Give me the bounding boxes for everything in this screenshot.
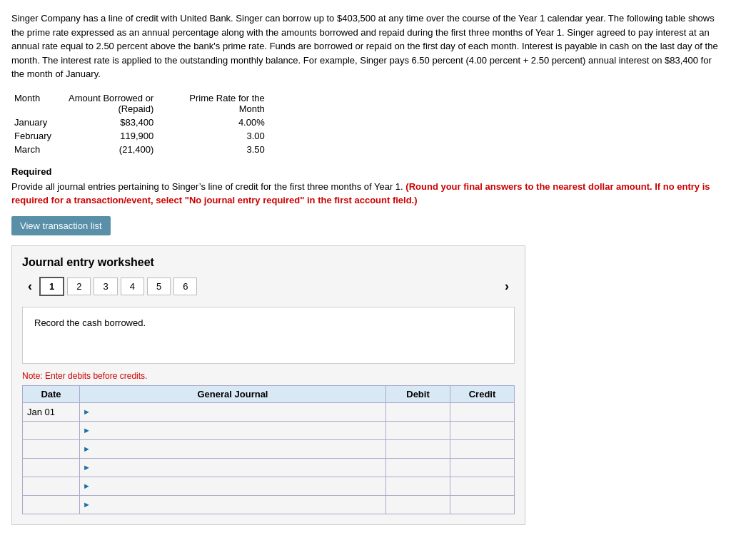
debit-input-6[interactable] [386, 496, 450, 514]
table-row: January $83,400 4.00% [11, 116, 279, 129]
credit-cell-3[interactable] [450, 439, 515, 458]
gj-arrow-3: ► [83, 444, 91, 453]
credit-input-6[interactable] [450, 496, 514, 514]
tab-2-button[interactable]: 2 [67, 278, 91, 295]
credit-cell-6[interactable] [450, 495, 515, 514]
date-cell-2 [23, 421, 80, 439]
rate-mar: 3.50 [168, 143, 279, 156]
debit-cell-5[interactable] [386, 477, 450, 495]
journal-row-1: Jan 01 ► [23, 402, 515, 421]
debit-input-5[interactable] [386, 477, 450, 495]
date-cell-6 [23, 495, 80, 514]
gj-arrow-1: ► [83, 407, 91, 416]
journal-row-5: ► [23, 477, 515, 495]
table-row: March (21,400) 3.50 [11, 143, 279, 156]
amount-feb: 119,900 [66, 129, 168, 143]
journal-row-4: ► [23, 458, 515, 477]
credit-input-1[interactable] [450, 403, 514, 421]
month-feb: February [11, 129, 66, 143]
record-instruction-text: Record the cash borrowed. [34, 317, 146, 328]
gj-cell-6[interactable]: ► [80, 495, 386, 514]
date-cell-4 [23, 458, 80, 477]
data-table: Month Amount Borrowed or (Repaid) Prime … [11, 91, 279, 156]
gj-input-5[interactable] [92, 479, 385, 493]
note-text: Note: Enter debits before credits. [22, 371, 515, 381]
rate-feb: 3.00 [168, 129, 279, 143]
required-body: Provide all journal entries pertaining t… [11, 180, 720, 208]
credit-cell-4[interactable] [450, 458, 515, 477]
gj-arrow-4: ► [83, 463, 91, 472]
gj-cell-2[interactable]: ► [80, 421, 386, 439]
gj-input-1[interactable] [92, 405, 385, 419]
intro-paragraph: Singer Company has a line of credit with… [11, 11, 720, 81]
rate-jan: 4.00% [168, 116, 279, 129]
date-cell-3 [23, 439, 80, 458]
worksheet-title: Journal entry worksheet [22, 256, 515, 269]
date-cell-1: Jan 01 [23, 402, 80, 421]
amount-mar: (21,400) [66, 143, 168, 156]
gj-arrow-2: ► [83, 426, 91, 434]
credit-cell-1[interactable] [450, 402, 515, 421]
view-transaction-list-button[interactable]: View transaction list [11, 216, 111, 235]
gj-input-3[interactable] [92, 442, 385, 456]
required-title: Required [11, 166, 720, 177]
tab-6-button[interactable]: 6 [173, 278, 197, 295]
gj-arrow-5: ► [83, 482, 91, 490]
tab-navigation: ‹ 1 2 3 4 5 6 › [22, 276, 515, 297]
gj-arrow-6: ► [83, 500, 91, 509]
debit-cell-1[interactable] [386, 402, 450, 421]
credit-cell-2[interactable] [450, 421, 515, 439]
tab-1-button[interactable]: 1 [39, 277, 64, 296]
worksheet-container: Journal entry worksheet ‹ 1 2 3 4 5 6 › … [11, 245, 525, 525]
journal-row-3: ► [23, 439, 515, 458]
debit-input-2[interactable] [386, 422, 450, 439]
col3-header: Prime Rate for the Month [168, 91, 279, 116]
col2-header: Amount Borrowed or (Repaid) [66, 91, 168, 116]
col1-header: Month [11, 91, 66, 116]
month-jan: January [11, 116, 66, 129]
gj-cell-5[interactable]: ► [80, 477, 386, 495]
journal-row-2: ► [23, 421, 515, 439]
debit-header: Debit [386, 385, 450, 402]
credit-input-2[interactable] [450, 422, 514, 439]
prev-arrow-button[interactable]: ‹ [22, 276, 38, 297]
table-row: February 119,900 3.00 [11, 129, 279, 143]
general-journal-header: General Journal [80, 385, 386, 402]
gj-cell-4[interactable]: ► [80, 458, 386, 477]
gj-cell-1[interactable]: ► [80, 402, 386, 421]
next-arrow-button[interactable]: › [499, 276, 515, 297]
journal-row-6: ► [23, 495, 515, 514]
debit-cell-6[interactable] [386, 495, 450, 514]
debit-input-4[interactable] [386, 459, 450, 477]
journal-table: Date General Journal Debit Credit Jan 01… [22, 385, 515, 514]
amount-jan: $83,400 [66, 116, 168, 129]
date-cell-5 [23, 477, 80, 495]
month-mar: March [11, 143, 66, 156]
credit-input-5[interactable] [450, 477, 514, 495]
debit-cell-4[interactable] [386, 458, 450, 477]
debit-cell-2[interactable] [386, 421, 450, 439]
date-header: Date [23, 385, 80, 402]
gj-cell-3[interactable]: ► [80, 439, 386, 458]
credit-input-3[interactable] [450, 440, 514, 458]
credit-input-4[interactable] [450, 459, 514, 477]
credit-cell-5[interactable] [450, 477, 515, 495]
tab-5-button[interactable]: 5 [147, 278, 171, 295]
gj-input-4[interactable] [92, 461, 385, 474]
debit-cell-3[interactable] [386, 439, 450, 458]
tab-3-button[interactable]: 3 [94, 278, 117, 295]
gj-input-6[interactable] [92, 498, 385, 511]
gj-input-2[interactable] [92, 424, 385, 437]
tab-4-button[interactable]: 4 [121, 278, 144, 295]
required-normal-text: Provide all journal entries pertaining t… [11, 181, 403, 192]
debit-input-1[interactable] [386, 403, 450, 421]
record-instruction-box: Record the cash borrowed. [22, 307, 515, 364]
debit-input-3[interactable] [386, 440, 450, 458]
required-section: Required Provide all journal entries per… [11, 166, 720, 208]
credit-header: Credit [450, 385, 515, 402]
